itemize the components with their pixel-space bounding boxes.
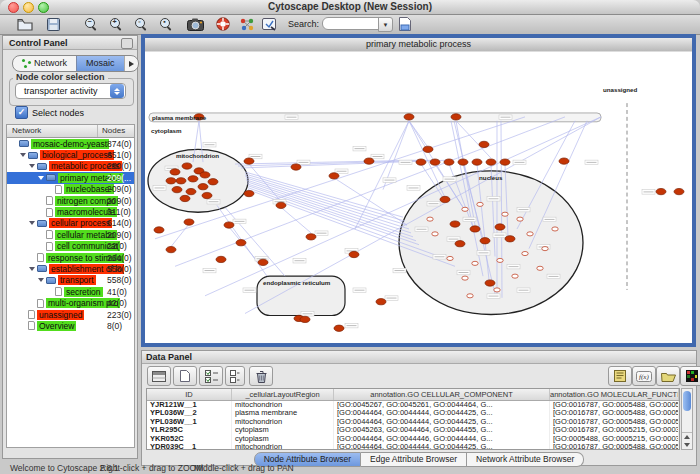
tree-row[interactable]: mosaic-demo-yeast874(0) <box>7 138 134 149</box>
graph-node[interactable] <box>224 222 234 228</box>
expand-arrow-icon[interactable] <box>38 278 44 282</box>
search-input[interactable] <box>322 17 380 30</box>
graph-node[interactable] <box>198 184 208 190</box>
attribute-editor-icon[interactable] <box>608 366 632 386</box>
graph-edge[interactable] <box>171 224 189 247</box>
graph-node-open[interactable] <box>512 274 518 278</box>
graph-node[interactable] <box>480 238 490 244</box>
graph-node[interactable] <box>166 178 176 184</box>
tree-row[interactable]: multi-organism pro42(0) <box>7 297 134 308</box>
tree-row[interactable]: cellular process614(0) <box>7 218 134 229</box>
window-titlebar[interactable]: Cytoscape Desktop (New Session) <box>0 0 700 15</box>
graph-node[interactable] <box>458 159 468 165</box>
table-cell[interactable]: mitochondrion <box>232 418 334 426</box>
annotation-select-icon[interactable] <box>260 16 278 32</box>
table-cell[interactable]: [GO:0016787, GO:0005488, GO:0005215, G..… <box>550 401 679 409</box>
graph-node[interactable] <box>334 325 344 331</box>
graph-node[interactable] <box>470 226 480 232</box>
graph-node-open[interactable] <box>472 261 478 265</box>
table-row[interactable]: YKR052Ccytoplasm[GO:0044464, GO:0044446,… <box>147 435 679 443</box>
table-cell[interactable]: [GO:0016787, GO:0005488, GO:0005215, G..… <box>550 443 679 450</box>
table-row[interactable]: YLR295Ccytoplasm[GO:0045263, GO:0044464,… <box>147 426 679 434</box>
graph-edge[interactable] <box>245 176 407 225</box>
graph-node[interactable] <box>276 202 286 208</box>
network-view-title[interactable]: primary metabolic process <box>145 38 692 52</box>
help-lifesaver-icon[interactable] <box>214 16 232 32</box>
table-row[interactable]: YPL036W__2plasma membrane[GO:0044464, GO… <box>147 409 679 417</box>
graph-node[interactable] <box>208 179 218 185</box>
graph-node[interactable] <box>430 159 440 165</box>
graph-node[interactable] <box>258 259 268 265</box>
graph-node[interactable] <box>300 316 310 322</box>
table-cell[interactable]: [GO:0016787, GO:0005488, GO:0005215, G..… <box>550 418 679 426</box>
function-builder-icon[interactable]: f(x) <box>632 366 656 386</box>
graph-node[interactable] <box>176 178 186 184</box>
expand-arrow-icon[interactable] <box>29 221 35 225</box>
graph-node-open[interactable] <box>432 232 438 236</box>
compartment-nucleus[interactable] <box>399 171 583 315</box>
graph-node[interactable] <box>349 251 359 257</box>
table-cell[interactable]: [GO:0005488, GO:0005215, GO:0003674] <box>550 435 679 443</box>
graph-node-open[interactable] <box>537 266 543 270</box>
matrix-heatmap-icon[interactable] <box>680 366 700 386</box>
open-file-icon[interactable] <box>16 16 34 32</box>
graph-node[interactable] <box>244 190 254 196</box>
table-cell[interactable]: mitochondrion <box>232 401 334 409</box>
table-cell[interactable]: YPL036W__1 <box>147 418 232 426</box>
network-canvas[interactable]: plasma membranemitochondrionnucleusendop… <box>145 51 692 343</box>
tree-row[interactable]: nitrogen compo209(0) <box>7 195 134 206</box>
graph-node[interactable] <box>479 141 489 147</box>
table-row[interactable]: YDR039C__1mitochondrion[GO:0044464, GO:0… <box>147 443 679 450</box>
export-snapshot-icon[interactable] <box>186 16 204 32</box>
expand-arrow-icon[interactable] <box>29 267 35 271</box>
graph-node[interactable] <box>472 159 482 165</box>
graph-node[interactable] <box>184 219 194 225</box>
column-header[interactable]: _cellularLayoutRegion <box>232 389 334 400</box>
save-session-icon[interactable] <box>44 16 62 32</box>
tree-row[interactable]: establishment of lo558(0) <box>7 263 134 274</box>
zoom-out-icon[interactable]: − <box>82 16 100 32</box>
graph-edge[interactable] <box>245 172 403 217</box>
table-row[interactable]: YPL036W__1mitochondrion[GO:0044464, GO:0… <box>147 418 679 426</box>
graph-node[interactable] <box>291 164 301 170</box>
table-cell[interactable]: [GO:0044464, GO:0044444, GO:0044425, G..… <box>334 409 550 417</box>
graph-node[interactable] <box>500 159 510 165</box>
table-cell[interactable]: YDR039C__1 <box>147 443 232 450</box>
create-new-attribute-icon[interactable] <box>173 366 197 386</box>
tree-row[interactable]: cell communicat22(0) <box>7 241 134 252</box>
scrollbar-thumb[interactable] <box>683 391 691 411</box>
graph-edge[interactable] <box>225 207 285 276</box>
graph-node-open[interactable] <box>542 247 548 251</box>
vizmapper-network-icon[interactable] <box>238 16 256 32</box>
graph-node-open[interactable] <box>522 251 528 255</box>
attribute-table[interactable]: ID_cellularLayoutRegionannotation.GO CEL… <box>146 388 680 450</box>
expand-arrow-icon[interactable] <box>20 153 26 157</box>
graph-node[interactable] <box>404 114 414 120</box>
graph-node[interactable] <box>244 158 254 164</box>
graph-node[interactable] <box>182 163 192 169</box>
scroll-down-icon[interactable] <box>684 443 690 447</box>
network-tree-header[interactable]: Network Nodes <box>7 125 134 138</box>
table-cell[interactable]: [GO:0044464, GO:0044444, GO:0044425, G..… <box>334 443 550 450</box>
graph-node[interactable] <box>674 188 684 194</box>
graph-node-open[interactable] <box>467 294 473 298</box>
search-advanced-doc-icon[interactable] <box>396 16 414 32</box>
column-header[interactable]: annotation.GO MOLECULAR_FUNCTION <box>550 389 679 400</box>
table-cell[interactable]: YLR295C <box>147 426 232 434</box>
table-row[interactable]: YJR121W__1mitochondrion[GO:0045267, GO:0… <box>147 401 679 409</box>
graph-node-open[interactable] <box>517 217 523 221</box>
graph-node[interactable] <box>364 158 374 164</box>
float-panel-icon[interactable] <box>121 38 133 49</box>
table-cell[interactable]: YKR052C <box>147 435 232 443</box>
graph-node[interactable] <box>202 192 212 198</box>
table-cell[interactable]: cytoplasm <box>232 426 334 434</box>
graph-node[interactable] <box>188 176 198 182</box>
column-header[interactable]: ID <box>147 389 232 400</box>
tab-network[interactable]: Network <box>13 56 76 71</box>
select-nodes-checkbox[interactable]: ✓ <box>15 106 28 119</box>
delete-attribute-icon[interactable] <box>249 366 273 386</box>
graph-node[interactable] <box>200 172 210 178</box>
select-all-attributes-icon[interactable] <box>199 366 223 386</box>
graph-node-open[interactable] <box>462 276 468 280</box>
graph-node[interactable] <box>329 173 339 179</box>
